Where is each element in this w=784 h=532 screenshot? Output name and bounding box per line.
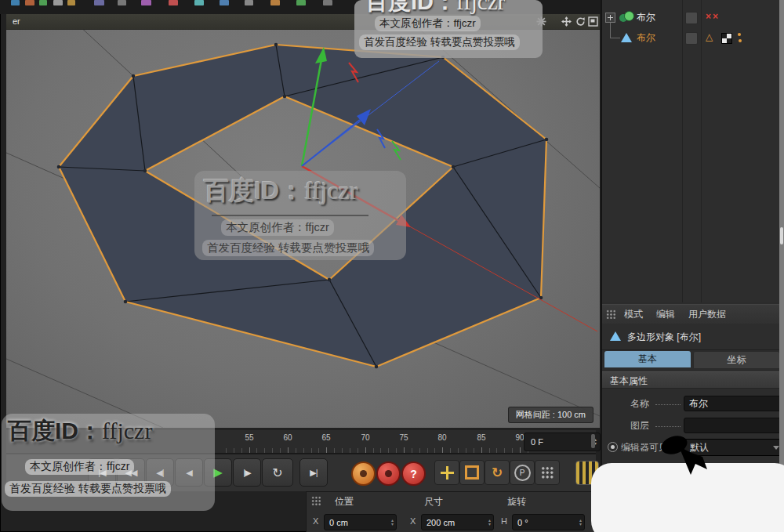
- timeline-tick-label: 80: [437, 433, 446, 442]
- name-input[interactable]: 布尔: [684, 396, 784, 411]
- polygon-object-icon: [610, 331, 621, 341]
- pan-icon[interactable]: [561, 16, 572, 27]
- rotation-header: 旋转: [507, 495, 526, 508]
- position-x-value: 0 cm: [329, 518, 348, 527]
- size-x-axis-label: X: [410, 516, 416, 526]
- toolbar-icon-fragment: [11, 0, 20, 5]
- basic-properties-section: 基本属性: [602, 371, 781, 389]
- layer-input[interactable]: [684, 418, 784, 433]
- toolbar-icon-fragment: [270, 0, 280, 5]
- position-x-field[interactable]: 0 cm ▴▾: [324, 514, 397, 530]
- watermark-badge-bottom: 百度ID：ffjczr 本文原创作者：ffjczr 首发百度经验 转载要点赞投票…: [2, 414, 215, 511]
- watermark-promo-line: 首发百度经验 转载要点赞投票哦: [359, 34, 520, 50]
- grid-spacing-label: 网格间距 : 100 cm: [508, 407, 593, 423]
- texture-tag-icon[interactable]: [721, 33, 732, 44]
- watermark-id-text: 百度ID：ffjczr: [204, 174, 358, 208]
- menu-userdata[interactable]: 用户数据: [688, 308, 726, 321]
- timeline-tick-label: 90: [515, 433, 524, 442]
- maximize-view-icon[interactable]: [588, 16, 598, 27]
- help-button[interactable]: ?: [401, 461, 426, 486]
- current-frame-field[interactable]: 0 F ▴▾: [524, 432, 601, 451]
- watermark-id-prefix: 百度ID：: [204, 176, 304, 204]
- position-header: 位置: [335, 495, 354, 508]
- expand-icon[interactable]: [605, 13, 615, 23]
- layer-chip-icon[interactable]: [685, 32, 698, 45]
- disabled-state-icon[interactable]: ××: [706, 11, 720, 22]
- position-x-axis-label: X: [313, 516, 318, 526]
- dotted-leader: [655, 404, 681, 405]
- dotted-leader: [655, 426, 681, 427]
- rotation-h-field[interactable]: 0 ° ▴▾: [512, 514, 585, 530]
- rotate-icon: ↻: [492, 465, 503, 481]
- mouse-cursor: [657, 434, 712, 481]
- panel-handle-icon[interactable]: [311, 496, 321, 506]
- phong-tag-icon[interactable]: △: [706, 31, 713, 42]
- object-row-polygon[interactable]: 布尔 △: [602, 28, 781, 47]
- p-circle-icon: P: [514, 465, 531, 481]
- timeline-tick-label: 65: [321, 433, 330, 442]
- rotate-tool-button[interactable]: ↻: [485, 460, 510, 485]
- rotate-view-icon[interactable]: [575, 16, 586, 27]
- record-keyframe-button[interactable]: [351, 461, 376, 486]
- scale-tool-button[interactable]: [459, 460, 485, 485]
- object-label[interactable]: 布尔: [637, 11, 655, 24]
- attribute-object-header: 多边形对象 [布尔]: [602, 324, 781, 350]
- rotation-h-axis-label: H: [501, 516, 507, 526]
- rotation-h-stepper[interactable]: ▴▾: [579, 519, 582, 527]
- menu-mode[interactable]: 模式: [624, 308, 643, 321]
- size-x-field[interactable]: 200 cm ▴▾: [421, 514, 494, 530]
- scrollbar-thumb[interactable]: [780, 227, 783, 244]
- current-frame-value: 0 F: [531, 437, 543, 447]
- layer-chip-icon[interactable]: [685, 12, 698, 24]
- object-row-boole[interactable]: 布尔 ××: [602, 8, 781, 27]
- watermark-id-prefix: 百度ID：: [365, 0, 456, 14]
- next-frame-button[interactable]: |▶: [233, 458, 261, 487]
- viewport-menu-label: er: [13, 16, 20, 26]
- toolbar-icon-fragment: [245, 0, 253, 5]
- tab-basic[interactable]: 基本: [604, 351, 691, 367]
- rotation-h-value: 0 °: [517, 518, 528, 527]
- position-x-stepper[interactable]: ▴▾: [391, 519, 394, 527]
- scale-icon: [465, 465, 479, 480]
- watermark-author-line: 本文原创作者：ffjczr: [221, 219, 334, 236]
- size-x-stepper[interactable]: ▴▾: [488, 519, 491, 527]
- goto-end-button[interactable]: ▶|: [299, 458, 328, 487]
- radio-icon[interactable]: [608, 442, 618, 452]
- watermark-promo-line: 首发百度经验 转载要点赞投票哦: [5, 481, 171, 497]
- watermark-badge-middle: 百度ID：ffjczr 本文原创作者：ffjczr 首发百度经验 转载要点赞投票…: [194, 171, 406, 260]
- attribute-menubar: 模式 编辑 用户数据: [602, 304, 781, 324]
- selection-tag-icon[interactable]: [738, 33, 742, 42]
- menu-edit[interactable]: 编辑: [656, 308, 675, 321]
- timeline-tick-label: 75: [399, 433, 408, 442]
- app-window: er 网格间距 : 100 cm: [0, 0, 784, 532]
- toolbar-icon-fragment: [141, 0, 151, 5]
- panel-handle-icon[interactable]: [606, 309, 616, 320]
- coord-system-button[interactable]: P: [510, 460, 535, 485]
- toolbar-icon-fragment: [296, 0, 306, 5]
- autokey-button[interactable]: [376, 461, 401, 486]
- timeline-tick-label: 70: [361, 433, 369, 442]
- watermark-divider: [212, 215, 368, 216]
- watermark-badge-top: 百度ID：ffjczr 本文原创作者：ffjczr 首发百度经验 转载要点赞投票…: [354, 0, 543, 58]
- toolbar-icon-fragment: [25, 0, 34, 5]
- window-scrollbar[interactable]: [779, 0, 784, 532]
- toolbar-icon-fragment: [220, 0, 229, 5]
- toolbar-icon-fragment: [67, 0, 75, 5]
- move-tool-button[interactable]: [434, 460, 459, 485]
- autokey-dot-icon: [385, 470, 392, 477]
- boole-object-icon: [619, 11, 633, 24]
- watermark-id-name: ffjczr: [102, 418, 152, 443]
- object-label[interactable]: 布尔: [637, 31, 655, 45]
- toolbar-icon-fragment: [323, 0, 332, 5]
- move-icon: [441, 466, 454, 480]
- layer-row: 图层: [602, 415, 781, 436]
- dots-grid-icon: [541, 466, 554, 479]
- name-value: 布尔: [689, 397, 708, 411]
- toolbar-icon-fragment: [39, 0, 47, 5]
- watermark-id-name: ffjczr: [456, 0, 505, 14]
- tab-coordinates[interactable]: 坐标: [693, 351, 780, 369]
- loop-mode-button[interactable]: ↻: [262, 458, 293, 487]
- polygon-object-icon: [621, 33, 632, 42]
- snap-grid-button[interactable]: [535, 460, 560, 485]
- frame-field-handle[interactable]: [591, 434, 595, 448]
